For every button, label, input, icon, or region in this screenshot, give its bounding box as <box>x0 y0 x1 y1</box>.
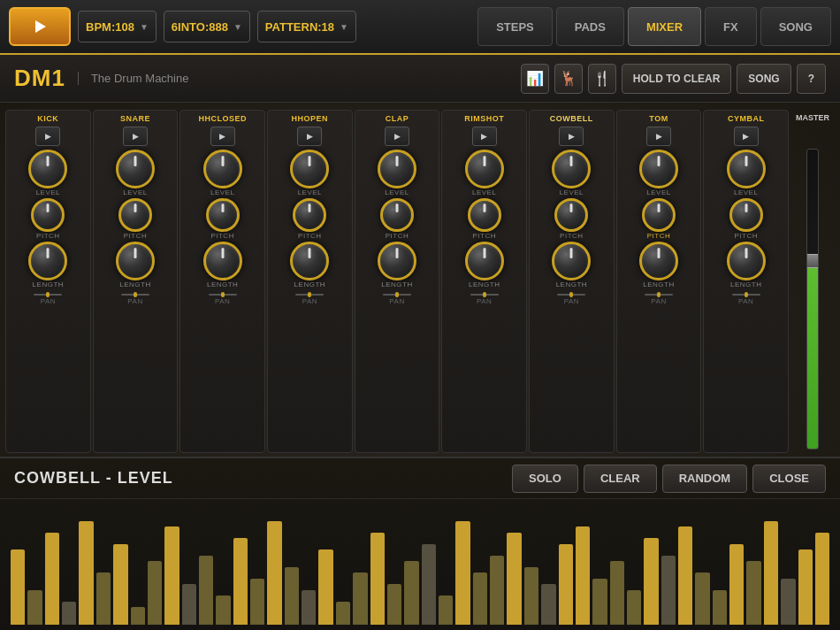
bar-item[interactable] <box>764 521 778 625</box>
bar-item[interactable] <box>285 567 299 625</box>
solo-button[interactable]: SOLO <box>512 465 578 493</box>
bar-item[interactable] <box>79 521 93 625</box>
bar-item[interactable] <box>524 567 538 625</box>
bar-item[interactable] <box>370 533 385 625</box>
bar-item[interactable] <box>404 561 418 625</box>
chart-icon[interactable]: 📊 <box>521 64 549 94</box>
pitch-knob-6[interactable] <box>554 198 588 232</box>
pitch-knob-8[interactable] <box>729 198 763 232</box>
play-mini-7[interactable]: ▶ <box>646 127 671 146</box>
play-mini-6[interactable]: ▶ <box>559 127 584 146</box>
tab-steps[interactable]: STEPS <box>477 7 553 46</box>
bar-item[interactable] <box>267 521 281 625</box>
bar-item[interactable] <box>422 544 436 625</box>
bar-item[interactable] <box>62 602 76 625</box>
bar-item[interactable] <box>199 556 213 625</box>
bar-item[interactable] <box>661 556 676 625</box>
bar-item[interactable] <box>131 607 145 625</box>
bar-item[interactable] <box>746 561 760 625</box>
pan-slider-3[interactable] <box>295 294 324 296</box>
bar-item[interactable] <box>11 549 25 625</box>
help-button[interactable]: ? <box>797 64 826 94</box>
bar-item[interactable] <box>507 533 521 625</box>
tab-fx[interactable]: FX <box>705 7 757 46</box>
play-mini-8[interactable]: ▶ <box>734 127 759 146</box>
pattern-dropdown[interactable]: PATTERN:18 ▼ <box>257 11 356 42</box>
bar-item[interactable] <box>729 544 744 625</box>
bar-item[interactable] <box>96 572 111 625</box>
fork-icon[interactable]: 🍴 <box>588 64 616 94</box>
time-dropdown[interactable]: 6INTO:888 ▼ <box>164 11 250 42</box>
master-fader[interactable] <box>802 129 823 449</box>
level-knob-2[interactable] <box>203 150 242 188</box>
length-knob-3[interactable] <box>290 242 329 280</box>
bar-item[interactable] <box>216 595 230 625</box>
pitch-knob-5[interactable] <box>468 198 501 232</box>
length-knob-8[interactable] <box>727 242 766 280</box>
level-knob-0[interactable] <box>28 150 67 188</box>
bar-item[interactable] <box>627 590 641 625</box>
bar-item[interactable] <box>182 584 196 625</box>
bar-item[interactable] <box>713 590 727 625</box>
bar-item[interactable] <box>439 595 453 625</box>
bar-item[interactable] <box>644 538 658 625</box>
length-knob-2[interactable] <box>203 242 242 280</box>
bar-item[interactable] <box>387 584 401 625</box>
bar-item[interactable] <box>559 544 573 625</box>
tab-pads[interactable]: PADS <box>556 7 624 46</box>
level-knob-7[interactable] <box>639 150 678 188</box>
random-button[interactable]: RANDOM <box>662 465 748 493</box>
bar-item[interactable] <box>455 521 470 625</box>
bar-item[interactable] <box>233 538 248 625</box>
bar-item[interactable] <box>302 590 316 625</box>
bar-item[interactable] <box>250 579 264 625</box>
bar-item[interactable] <box>576 526 590 625</box>
bar-item[interactable] <box>353 572 367 625</box>
bar-item[interactable] <box>610 561 624 625</box>
length-knob-1[interactable] <box>116 242 155 280</box>
hold-to-clear-button[interactable]: HOLD TO CLEAR <box>622 64 731 94</box>
level-knob-4[interactable] <box>378 150 416 188</box>
pitch-knob-3[interactable] <box>293 198 326 232</box>
bar-item[interactable] <box>148 561 162 625</box>
pitch-knob-0[interactable] <box>31 198 65 232</box>
play-mini-2[interactable]: ▶ <box>210 127 235 146</box>
length-knob-5[interactable] <box>465 242 504 280</box>
pitch-knob-1[interactable] <box>118 198 152 232</box>
song-button[interactable]: SONG <box>737 64 790 94</box>
length-knob-4[interactable] <box>378 242 416 280</box>
bar-item[interactable] <box>336 602 350 625</box>
play-button[interactable] <box>9 7 71 46</box>
play-mini-1[interactable]: ▶ <box>123 127 148 146</box>
pan-slider-5[interactable] <box>470 294 499 296</box>
bar-item[interactable] <box>490 556 504 625</box>
length-knob-6[interactable] <box>552 242 591 280</box>
bar-item[interactable] <box>45 533 59 625</box>
pan-slider-4[interactable] <box>383 294 411 296</box>
pan-slider-7[interactable] <box>645 294 673 296</box>
pitch-knob-2[interactable] <box>206 198 240 232</box>
bar-item[interactable] <box>318 549 332 625</box>
deer-icon[interactable]: 🦌 <box>554 64 583 94</box>
tab-mixer[interactable]: MIXER <box>628 7 701 46</box>
level-knob-5[interactable] <box>465 150 504 188</box>
master-fader-handle[interactable] <box>806 254 819 268</box>
play-mini-4[interactable]: ▶ <box>385 127 409 146</box>
bar-item[interactable] <box>678 526 692 625</box>
level-knob-1[interactable] <box>116 150 155 188</box>
clear-button[interactable]: CLEAR <box>584 465 657 493</box>
bar-item[interactable] <box>798 549 813 625</box>
bar-item[interactable] <box>781 579 795 625</box>
bar-item[interactable] <box>592 579 607 625</box>
tab-song[interactable]: SONG <box>760 7 831 46</box>
level-knob-8[interactable] <box>727 150 766 188</box>
play-mini-3[interactable]: ▶ <box>297 127 322 146</box>
pitch-knob-4[interactable] <box>380 198 414 232</box>
length-knob-7[interactable] <box>639 242 678 280</box>
pan-slider-1[interactable] <box>121 294 149 296</box>
pitch-knob-7[interactable] <box>642 198 676 232</box>
bar-item[interactable] <box>164 526 179 625</box>
bar-item[interactable] <box>27 590 42 625</box>
length-knob-0[interactable] <box>28 242 67 280</box>
level-knob-6[interactable] <box>552 150 591 188</box>
